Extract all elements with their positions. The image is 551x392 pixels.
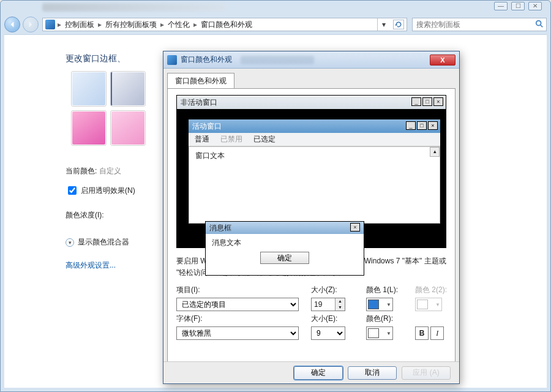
close-button[interactable]: ✕	[528, 2, 542, 10]
crumb-root[interactable]: 控制面板	[64, 20, 96, 30]
minimize-button[interactable]: —	[494, 2, 508, 10]
preview-inactive-caption: 非活动窗口	[181, 98, 217, 107]
msgbox-ok-button[interactable]: 确定	[260, 252, 309, 264]
minimize-icon: _	[411, 97, 421, 106]
maximize-button[interactable]: ☐	[511, 2, 525, 10]
spin-down-icon[interactable]: ▼	[335, 304, 345, 311]
svg-point-0	[536, 20, 541, 25]
chevron-right-icon: ▸	[98, 20, 102, 29]
address-dropdown[interactable]: ▾	[377, 18, 389, 31]
item-select[interactable]: 已选定的项目	[176, 298, 299, 311]
msgbox-text: 消息文本	[212, 238, 358, 248]
nav-back-button[interactable]	[4, 17, 20, 32]
color-swatch[interactable]	[111, 72, 145, 106]
page-heading: 更改窗口边框、	[66, 53, 126, 64]
bold-button[interactable]: B	[415, 326, 429, 340]
preview-body[interactable]: 窗口文本 ▴	[189, 146, 440, 224]
color1-label: 颜色 1(L):	[366, 285, 403, 295]
maximize-icon: □	[417, 121, 427, 130]
color1-swatch	[368, 300, 379, 309]
search-box[interactable]	[412, 18, 547, 31]
italic-button[interactable]: I	[430, 326, 444, 340]
enable-transparency-checkbox[interactable]	[68, 186, 77, 195]
window-caption-blur	[42, 3, 226, 12]
nav-forward-button[interactable]	[23, 17, 39, 32]
menu-normal: 普通	[195, 134, 209, 145]
dialog-icon	[167, 55, 177, 65]
item-properties: 项目(I): 大小(Z): 颜色 1(L): 颜色 2(2): 已选定的项目 1…	[176, 285, 446, 340]
crumb-all-items[interactable]: 所有控制面板项	[104, 20, 158, 30]
close-icon: ×	[350, 223, 360, 232]
preview-menu[interactable]: 普通 已禁用 已选定	[189, 133, 440, 146]
size-e-label: 大小(E):	[311, 314, 354, 324]
color1-picker[interactable]: ▼	[366, 298, 393, 311]
color-r-label: 颜色(R):	[366, 314, 403, 324]
color-swatch[interactable]	[72, 111, 106, 145]
dialog-close-button[interactable]: X	[430, 55, 455, 66]
font-label: 字体(F):	[176, 314, 299, 324]
transparency-row: 启用透明效果(N)	[66, 184, 135, 197]
tab-window-color[interactable]: 窗口颜色和外观	[167, 73, 234, 89]
size-e-select[interactable]: 9	[311, 326, 345, 340]
current-color-label: 当前颜色:	[66, 167, 97, 175]
size-z-value: 19	[314, 300, 322, 309]
close-icon: ×	[428, 121, 438, 130]
font-style-buttons: B I	[415, 326, 452, 340]
menu-disabled: 已禁用	[220, 134, 242, 145]
color2-label: 颜色 2(2):	[415, 285, 452, 295]
dialog-buttons: 确定 取消 应用 (A)	[163, 361, 459, 383]
msgbox-title: 消息框	[209, 224, 231, 232]
color2-picker: ▼	[415, 298, 442, 311]
preview-active-window[interactable]: 活动窗口 _ □ × 普通 已禁用 已选定 窗口文本 ▴	[188, 119, 441, 223]
preview-inactive-window[interactable]: 非活动窗口 _ □ ×	[177, 96, 446, 109]
crumb-window-color[interactable]: 窗口颜色和外观	[200, 20, 253, 30]
preview-active-caption: 活动窗口	[192, 122, 222, 130]
chevron-right-icon: ▸	[160, 20, 164, 29]
crumb-personalization[interactable]: 个性化	[167, 20, 191, 30]
advanced-appearance-link[interactable]: 高级外观设置...	[66, 260, 116, 271]
close-icon: ×	[433, 97, 443, 106]
ok-button[interactable]: 确定	[294, 366, 343, 380]
intensity-label: 颜色浓度(I):	[66, 210, 104, 221]
nav-bar: ▸ 控制面板 ▸ 所有控制面板项 ▸ 个性化 ▸ 窗口颜色和外观 ▾	[4, 16, 547, 33]
item-label: 项目(I):	[176, 285, 299, 295]
control-panel-icon	[45, 20, 55, 29]
dialog-tabbar: 窗口颜色和外观	[163, 69, 459, 88]
color-swatch[interactable]	[72, 72, 106, 106]
font-color-swatch	[368, 328, 379, 338]
apply-button[interactable]: 应用 (A)	[402, 366, 451, 380]
color-swatch[interactable]	[111, 111, 145, 145]
preview-window-text: 窗口文本	[195, 151, 225, 160]
spin-up-icon[interactable]: ▲	[335, 298, 345, 304]
address-bar[interactable]: ▸ 控制面板 ▸ 所有控制面板项 ▸ 个性化 ▸ 窗口颜色和外观 ▾	[42, 18, 407, 31]
minimize-icon: _	[406, 121, 416, 130]
chevron-down-icon: ▼	[386, 302, 391, 307]
chevron-right-icon: ▸	[58, 20, 61, 29]
maximize-icon: □	[422, 97, 432, 106]
enable-transparency-label: 启用透明效果(N)	[81, 186, 135, 196]
preview-message-box[interactable]: 消息框 × 消息文本 确定	[205, 221, 364, 276]
chevron-right-icon: ▸	[193, 20, 197, 29]
appearance-preview: 非活动窗口 _ □ × 活动窗口 _ □ ×	[176, 95, 446, 248]
refresh-button[interactable]	[393, 20, 404, 29]
dialog-title-blur	[241, 56, 314, 64]
search-input[interactable]	[415, 20, 544, 29]
size-z-input[interactable]: 19 ▲▼	[311, 298, 345, 311]
chevron-down-icon: ▼	[386, 331, 391, 336]
dialog-titlebar[interactable]: 窗口颜色和外观 X	[163, 51, 459, 69]
color2-swatch	[417, 300, 428, 309]
font-select[interactable]: 微软雅黑	[176, 326, 299, 340]
current-color-row: 当前颜色: 自定义	[66, 166, 121, 176]
control-panel-window: — ☐ ✕ ▸ 控制面板 ▸ 所有控制面板项 ▸ 个性化 ▸ 窗口颜色和外观 ▾	[0, 0, 551, 392]
color-mixer-label: 显示颜色混合器	[78, 237, 129, 247]
search-icon[interactable]	[535, 20, 544, 30]
color-mixer-toggle[interactable]: ▾ 显示颜色混合器	[66, 237, 129, 247]
cancel-button[interactable]: 取消	[348, 366, 397, 380]
color-swatch-grid	[72, 72, 151, 145]
chevron-down-icon: ▼	[435, 302, 440, 307]
window-controls: — ☐ ✕	[494, 2, 542, 10]
chevron-down-icon: ▾	[66, 238, 74, 247]
font-color-picker[interactable]: ▼	[366, 326, 393, 340]
size-z-label: 大小(Z):	[311, 285, 354, 295]
menu-selected: 已选定	[253, 134, 276, 145]
